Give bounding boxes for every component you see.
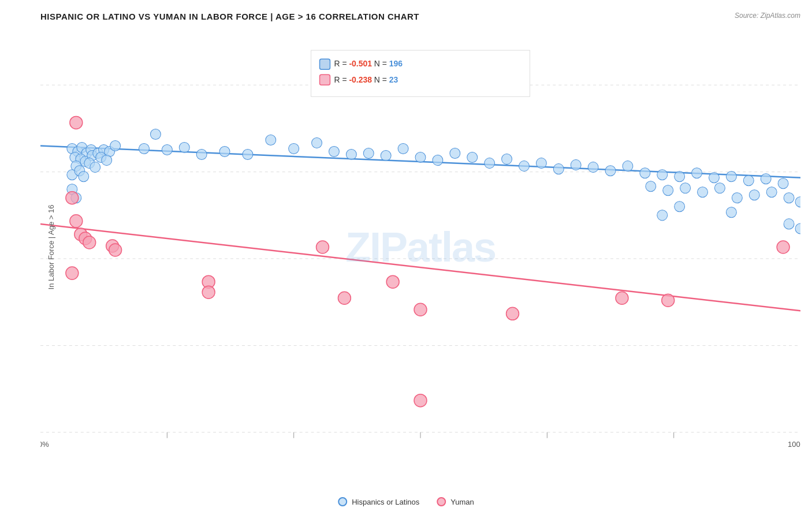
legend-label-yuman: Yuman xyxy=(450,498,474,506)
svg-point-60 xyxy=(433,155,443,166)
svg-point-64 xyxy=(502,154,512,165)
svg-point-88 xyxy=(766,187,777,197)
svg-point-68 xyxy=(571,160,581,170)
svg-line-17 xyxy=(40,224,800,311)
svg-point-87 xyxy=(749,190,759,200)
legend-circle-yuman xyxy=(437,497,446,506)
svg-point-48 xyxy=(196,150,207,160)
svg-text:100.0%: 100.0% xyxy=(788,440,800,449)
svg-rect-21 xyxy=(320,74,330,85)
svg-point-117 xyxy=(414,394,427,407)
svg-point-100 xyxy=(70,215,83,227)
svg-point-116 xyxy=(777,241,789,253)
svg-text:R = -0.238   N =  23: R = -0.238 N = 23 xyxy=(334,75,398,84)
legend-label-hispanic: Hispanics or Latinos xyxy=(352,498,419,506)
svg-point-109 xyxy=(316,241,329,253)
chart-container: HISPANIC OR LATINO VS YUMAN IN LABOR FOR… xyxy=(0,0,812,515)
svg-point-65 xyxy=(519,161,529,171)
svg-point-83 xyxy=(680,183,691,193)
legend-item-yuman: Yuman xyxy=(437,497,474,506)
svg-point-41 xyxy=(110,141,121,151)
svg-point-76 xyxy=(709,173,719,183)
svg-point-71 xyxy=(623,161,633,171)
svg-point-86 xyxy=(732,193,742,203)
svg-point-74 xyxy=(675,171,685,182)
svg-rect-18 xyxy=(311,50,530,96)
svg-point-67 xyxy=(553,164,564,174)
svg-point-63 xyxy=(485,158,495,169)
svg-rect-19 xyxy=(320,59,330,69)
svg-point-61 xyxy=(450,148,460,159)
svg-point-94 xyxy=(784,219,794,229)
svg-point-90 xyxy=(795,197,800,207)
svg-point-110 xyxy=(338,292,351,304)
svg-point-57 xyxy=(381,151,391,161)
svg-point-114 xyxy=(616,292,628,304)
chart-legend: Hispanics or Latinos Yuman xyxy=(338,497,474,506)
svg-point-78 xyxy=(743,176,754,186)
legend-item-hispanic: Hispanics or Latinos xyxy=(338,497,419,506)
svg-point-44 xyxy=(139,144,149,154)
svg-point-80 xyxy=(778,178,788,189)
svg-point-73 xyxy=(657,170,668,180)
svg-point-59 xyxy=(415,152,426,163)
svg-point-53 xyxy=(312,138,322,148)
svg-point-106 xyxy=(66,267,79,279)
svg-point-43 xyxy=(102,155,112,166)
svg-point-113 xyxy=(506,307,519,320)
svg-point-50 xyxy=(243,150,253,160)
svg-point-77 xyxy=(726,171,736,182)
svg-point-62 xyxy=(467,152,478,163)
svg-point-108 xyxy=(202,286,215,298)
svg-point-37 xyxy=(90,162,100,173)
svg-point-49 xyxy=(219,147,230,157)
svg-point-93 xyxy=(726,207,736,218)
svg-point-103 xyxy=(83,236,96,249)
chart-svg: 80.0% 60.0% 40.0% 20.0% 0.0% 100.0% R = … xyxy=(40,27,800,467)
svg-point-79 xyxy=(761,174,771,184)
svg-point-45 xyxy=(150,129,161,139)
svg-text:0.0%: 0.0% xyxy=(40,440,49,449)
svg-text:R = -0.501   N = 196: R = -0.501 N = 196 xyxy=(334,59,403,68)
svg-point-111 xyxy=(386,275,399,288)
source-text: Source: ZipAtlas.com xyxy=(735,12,800,20)
svg-point-72 xyxy=(640,168,650,178)
y-axis-label: In Labor Force | Age > 16 xyxy=(47,205,55,290)
svg-point-52 xyxy=(289,144,299,154)
svg-point-54 xyxy=(329,147,339,157)
svg-point-82 xyxy=(663,185,673,196)
svg-point-92 xyxy=(675,201,685,212)
svg-point-81 xyxy=(646,181,656,192)
svg-point-91 xyxy=(657,210,668,221)
svg-point-98 xyxy=(70,116,83,129)
svg-point-115 xyxy=(662,294,675,307)
svg-point-56 xyxy=(363,148,374,159)
svg-point-51 xyxy=(266,135,276,145)
chart-title: HISPANIC OR LATINO VS YUMAN IN LABOR FOR… xyxy=(40,12,800,21)
svg-point-105 xyxy=(109,244,122,256)
svg-point-99 xyxy=(66,192,79,204)
svg-point-89 xyxy=(784,193,794,203)
legend-circle-hispanic xyxy=(338,497,347,506)
svg-point-70 xyxy=(605,166,616,176)
svg-point-85 xyxy=(714,183,725,193)
svg-point-58 xyxy=(398,144,408,154)
svg-point-66 xyxy=(536,158,546,169)
svg-point-69 xyxy=(588,162,598,173)
svg-point-95 xyxy=(795,223,800,234)
svg-point-55 xyxy=(346,150,356,160)
svg-point-84 xyxy=(698,187,708,197)
svg-point-36 xyxy=(79,171,89,182)
svg-point-75 xyxy=(692,168,702,178)
svg-point-46 xyxy=(162,145,172,155)
chart-area: In Labor Force | Age > 16 ZIPatlas 80.0%… xyxy=(40,27,800,467)
svg-point-47 xyxy=(179,143,189,153)
svg-point-112 xyxy=(414,303,427,316)
